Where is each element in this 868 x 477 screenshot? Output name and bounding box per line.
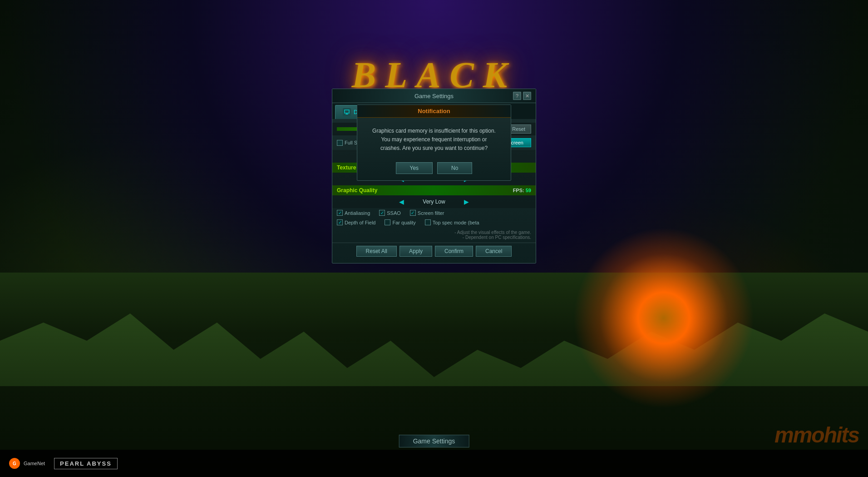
game-settings-bottom-label: Game Settings [399, 435, 469, 447]
modal-message-1: Graphics card memory is insufficient for… [366, 127, 502, 135]
window-title: Game Settings [355, 93, 513, 99]
modal-body: Graphics card memory is insufficient for… [357, 118, 511, 158]
cb-screen-filter[interactable]: Screen filter [410, 210, 444, 216]
graphic-quality-row: ◀ Very Low ▶ [332, 195, 536, 208]
close-button[interactable]: ✕ [523, 92, 531, 100]
modal-yes-button[interactable]: Yes [396, 162, 433, 174]
modal-message-2: You may experience frequent interruption… [366, 135, 502, 144]
far-quality-label: Far quality [392, 220, 415, 225]
top-spec-checkbox[interactable] [425, 219, 431, 225]
checkboxes-row-2: Depth of Field Far quality Top spec mode… [332, 218, 536, 227]
gamenet-icon: G [9, 458, 20, 469]
modal-title-bar: Notification [357, 105, 511, 118]
graphic-quality-label: Graphic Quality [337, 187, 377, 194]
far-quality-checkbox[interactable] [385, 219, 390, 225]
fullscreen-text: Full S [345, 140, 357, 145]
checkboxes-row: Antialiasing SSAO Screen filter [332, 208, 536, 218]
cancel-button[interactable]: Cancel [476, 246, 512, 257]
cb-antialiasing[interactable]: Antialiasing [337, 210, 370, 216]
help-button[interactable]: ? [513, 92, 521, 100]
antialiasing-checkbox[interactable] [337, 210, 343, 216]
pearl-abyss-logo: PEARL ABYSS [54, 458, 118, 469]
cb-far-quality[interactable]: Far quality [385, 219, 415, 225]
modal-message-3: crashes. Are you sure you want to contin… [366, 144, 502, 153]
fps-value: 59 [526, 188, 531, 193]
gamenet-logo: G GameNet [9, 458, 45, 469]
cb-top-spec[interactable]: Top spec mode (beta [425, 219, 479, 225]
dof-label: Depth of Field [345, 220, 375, 225]
cb-ssao[interactable]: SSAO [379, 210, 401, 216]
graphic-quality-value: Very Low [411, 199, 457, 205]
fps-label: FPS: 59 [513, 188, 531, 193]
graphic-quality-section: Graphic Quality FPS: 59 [332, 185, 536, 195]
screen-filter-label: Screen filter [418, 210, 444, 216]
gamenet-label: GameNet [24, 461, 45, 466]
apply-button[interactable]: Apply [399, 246, 432, 257]
action-buttons: Reset All Apply Confirm Cancel [332, 243, 536, 259]
display-icon [343, 108, 351, 116]
modal-title: Notification [418, 108, 450, 114]
ssao-checkbox[interactable] [379, 210, 385, 216]
ssao-label: SSAO [387, 210, 401, 216]
fullscreen-label: Full S [337, 140, 357, 146]
graphic-next-btn[interactable]: ▶ [461, 197, 472, 206]
dof-checkbox[interactable] [337, 219, 343, 225]
fullscreen-checkbox[interactable] [337, 140, 343, 146]
modal-buttons: Yes No [357, 158, 511, 180]
hint-line-1: - Adjust the visual effects of the game. [337, 230, 531, 235]
reset-all-button[interactable]: Reset All [356, 246, 397, 257]
window-title-bar: Game Settings ? ✕ [332, 89, 536, 103]
modal-no-button[interactable]: No [437, 162, 472, 174]
hint-line-2: - Dependent on PC specifications. [337, 235, 531, 240]
watermark: mmohits [774, 422, 859, 447]
screen-filter-checkbox[interactable] [410, 210, 416, 216]
graphic-prev-btn[interactable]: ◀ [396, 197, 407, 206]
hint-area: - Adjust the visual effects of the game.… [332, 227, 536, 243]
svg-rect-0 [345, 110, 349, 113]
top-spec-label: Top spec mode (beta [433, 220, 479, 225]
antialiasing-label: Antialiasing [345, 210, 370, 216]
bottom-bar: G GameNet PEARL ABYSS [0, 450, 868, 477]
confirm-button[interactable]: Confirm [435, 246, 473, 257]
cb-dof[interactable]: Depth of Field [337, 219, 375, 225]
notification-modal: Notification Graphics card memory is ins… [357, 104, 511, 181]
